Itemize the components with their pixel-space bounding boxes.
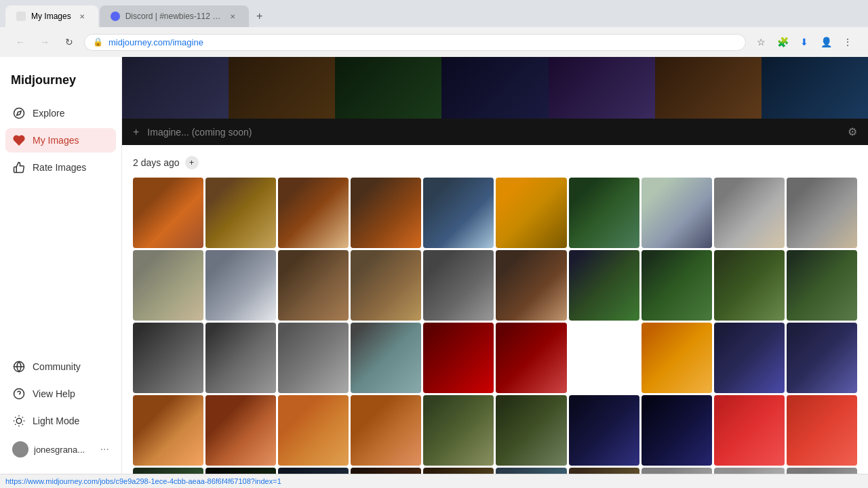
address-bar[interactable]: 🔒 midjourney.com/imagine bbox=[84, 34, 746, 51]
grid-image-27[interactable] bbox=[569, 323, 639, 393]
svg-point-6 bbox=[16, 418, 22, 424]
grid-image-21[interactable] bbox=[133, 323, 203, 393]
imagine-bar: + Imagine... (coming soon) ⚙ bbox=[122, 119, 868, 145]
grid-image-9[interactable] bbox=[714, 178, 785, 248]
sidebar-item-label-view-help: View Help bbox=[33, 388, 75, 399]
profile-icon[interactable]: 👤 bbox=[816, 33, 835, 52]
extensions-icon[interactable]: 🧩 bbox=[773, 33, 792, 52]
grid-image-43[interactable] bbox=[278, 468, 349, 474]
grid-image-42[interactable] bbox=[205, 468, 276, 474]
sidebar-item-my-images[interactable]: My Images bbox=[5, 128, 116, 152]
user-row[interactable]: jonesgrana... ··· bbox=[5, 436, 116, 463]
grid-image-2[interactable] bbox=[205, 178, 276, 248]
grid-image-20[interactable] bbox=[787, 250, 857, 321]
tab-close-2[interactable]: ✕ bbox=[227, 11, 238, 22]
avatar bbox=[12, 441, 28, 458]
status-bar: https://www.midjourney.com/jobs/c9e9a298… bbox=[0, 474, 868, 488]
tab-discord[interactable]: Discord | #newbies-112 | Mi... ✕ bbox=[100, 5, 249, 27]
grid-image-24[interactable] bbox=[351, 323, 421, 393]
grid-image-39[interactable] bbox=[714, 395, 785, 466]
globe-icon bbox=[12, 360, 26, 373]
grid-image-35[interactable] bbox=[423, 395, 494, 466]
tab-title-2: Discord | #newbies-112 | Mi... bbox=[125, 12, 222, 21]
grid-image-41[interactable] bbox=[133, 468, 203, 474]
grid-image-12[interactable] bbox=[205, 250, 276, 321]
new-tab-button[interactable]: + bbox=[250, 7, 269, 26]
forward-button[interactable]: → bbox=[35, 33, 54, 52]
grid-image-19[interactable] bbox=[714, 250, 785, 321]
grid-image-40[interactable] bbox=[787, 395, 857, 466]
svg-point-0 bbox=[14, 108, 24, 119]
username: jonesgrana... bbox=[34, 445, 95, 455]
star-icon[interactable]: ☆ bbox=[751, 33, 770, 52]
sidebar-item-light-mode[interactable]: Light Mode bbox=[5, 409, 116, 433]
grid-image-34[interactable] bbox=[351, 395, 421, 466]
sun-icon bbox=[12, 414, 26, 428]
grid-image-18[interactable] bbox=[642, 250, 712, 321]
grid-image-14[interactable] bbox=[351, 250, 421, 321]
grid-image-11[interactable] bbox=[133, 250, 203, 321]
sidebar-item-view-help[interactable]: View Help bbox=[5, 382, 116, 406]
grid-image-26[interactable] bbox=[496, 323, 566, 393]
sidebar-item-community[interactable]: Community bbox=[5, 354, 116, 379]
grid-image-16[interactable] bbox=[496, 250, 566, 321]
grid-image-38[interactable] bbox=[642, 395, 712, 466]
grid-image-31[interactable] bbox=[133, 395, 203, 466]
imagine-plus-icon: + bbox=[133, 126, 139, 138]
grid-image-48[interactable] bbox=[642, 468, 712, 474]
sidebar-item-explore[interactable]: Explore bbox=[5, 101, 116, 125]
tab-close-1[interactable]: ✕ bbox=[77, 11, 87, 22]
grid-image-45[interactable] bbox=[423, 468, 494, 474]
svg-marker-1 bbox=[17, 111, 21, 115]
grid-image-23[interactable] bbox=[278, 323, 349, 393]
grid-image-13[interactable] bbox=[278, 250, 349, 321]
grid-image-49[interactable] bbox=[714, 468, 785, 474]
grid-image-1[interactable] bbox=[133, 178, 203, 248]
svg-line-13 bbox=[15, 424, 16, 425]
grid-image-44[interactable] bbox=[351, 468, 421, 474]
grid-image-5[interactable] bbox=[423, 178, 494, 248]
grid-image-10[interactable] bbox=[787, 178, 857, 248]
grid-image-32[interactable] bbox=[205, 395, 276, 466]
menu-icon[interactable]: ⋮ bbox=[838, 33, 857, 52]
grid-image-50[interactable] bbox=[787, 468, 857, 474]
grid-image-17[interactable] bbox=[569, 250, 639, 321]
sidebar-bottom: Community View Help Light Mode jonesgran… bbox=[5, 354, 116, 463]
page: Midjourney Explore My Images Rate Images bbox=[0, 57, 868, 474]
grid-image-30[interactable] bbox=[787, 323, 857, 393]
sidebar-item-label-my-images: My Images bbox=[33, 135, 79, 146]
lock-icon: 🔒 bbox=[93, 37, 103, 47]
svg-line-14 bbox=[22, 417, 23, 418]
grid-image-25[interactable] bbox=[423, 323, 494, 393]
user-menu-icon[interactable]: ··· bbox=[100, 443, 109, 455]
grid-image-8[interactable] bbox=[642, 178, 712, 248]
grid-image-4[interactable] bbox=[351, 178, 421, 248]
grid-image-47[interactable] bbox=[569, 468, 639, 474]
heart-icon bbox=[12, 134, 26, 147]
grid-image-36[interactable] bbox=[496, 395, 566, 466]
grid-image-6[interactable] bbox=[496, 178, 566, 248]
sidebar-item-rate-images[interactable]: Rate Images bbox=[5, 155, 116, 180]
tab-bar: My Images ✕ Discord | #newbies-112 | Mi.… bbox=[0, 0, 868, 27]
grid-image-29[interactable] bbox=[714, 323, 785, 393]
grid-image-7[interactable] bbox=[569, 178, 639, 248]
grid-image-33[interactable] bbox=[278, 395, 349, 466]
download-icon[interactable]: ⬇ bbox=[795, 33, 814, 52]
imagine-settings-icon[interactable]: ⚙ bbox=[848, 125, 857, 138]
section-add-button[interactable]: + bbox=[185, 156, 199, 169]
reload-button[interactable]: ↻ bbox=[60, 33, 79, 52]
back-button[interactable]: ← bbox=[11, 33, 30, 52]
tab-my-images[interactable]: My Images ✕ bbox=[5, 5, 98, 27]
question-icon bbox=[12, 387, 26, 401]
grid-image-28[interactable] bbox=[642, 323, 712, 393]
section-header: 2 days ago + bbox=[133, 145, 857, 178]
grid-image-37[interactable] bbox=[569, 395, 639, 466]
grid-image-3[interactable] bbox=[278, 178, 349, 248]
grid-image-46[interactable] bbox=[496, 468, 566, 474]
tab-title-1: My Images bbox=[31, 12, 71, 21]
imagine-placeholder[interactable]: Imagine... (coming soon) bbox=[147, 127, 842, 138]
nav-icons: ☆ 🧩 ⬇ 👤 ⋮ bbox=[751, 33, 857, 52]
grid-image-15[interactable] bbox=[423, 250, 494, 321]
grid-image-22[interactable] bbox=[205, 323, 276, 393]
image-section: 2 days ago + bbox=[122, 145, 868, 474]
